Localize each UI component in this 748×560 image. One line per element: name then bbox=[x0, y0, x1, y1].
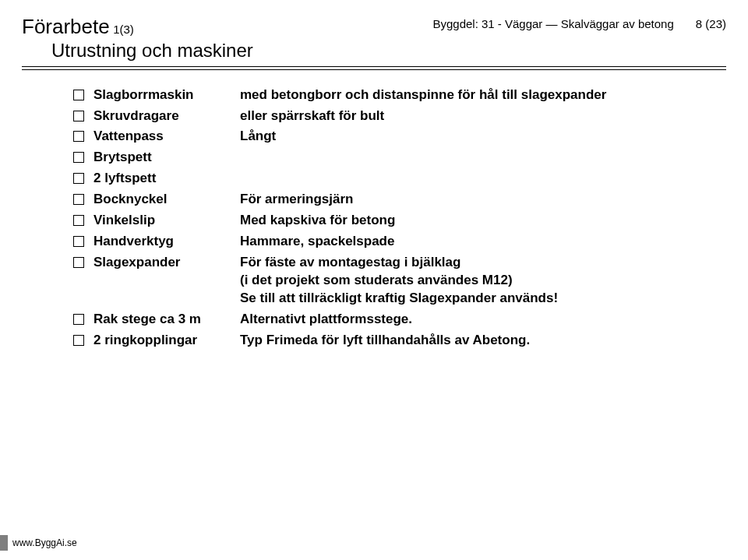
list-item: Slagborrmaskin med betongborr och distan… bbox=[73, 86, 726, 104]
item-label: 2 ringkopplingar bbox=[94, 332, 240, 350]
title-main: Förarbete bbox=[22, 15, 110, 38]
header-row: Förarbete 1(3) Utrustning och maskiner B… bbox=[22, 16, 726, 62]
item-label: 2 lyftspett bbox=[94, 170, 240, 188]
checkbox-icon bbox=[73, 215, 84, 226]
item-desc-line: (i det projekt som studerats användes M1… bbox=[240, 272, 726, 290]
item-desc-line: eller spärrskaft för bult bbox=[240, 107, 726, 125]
footer-bar-icon bbox=[0, 535, 8, 551]
item-label: Slagborrmaskin bbox=[94, 86, 240, 104]
item-desc: Med kapskiva för betong bbox=[240, 212, 726, 230]
item-label: Rak stege ca 3 m bbox=[94, 311, 240, 329]
item-desc-line: För fäste av montagestag i bjälklag bbox=[240, 254, 726, 272]
footer-url: www.ByggAi.se bbox=[12, 537, 77, 548]
list-item: Rak stege ca 3 m Alternativt plattformss… bbox=[73, 311, 726, 329]
header-right: Byggdel: 31 - Väggar — Skalväggar av bet… bbox=[432, 16, 726, 30]
page: Förarbete 1(3) Utrustning och maskiner B… bbox=[0, 0, 748, 560]
checkbox-icon bbox=[73, 335, 84, 346]
item-desc-line: Hammare, spackelspade bbox=[240, 233, 726, 251]
checkbox-icon bbox=[73, 111, 84, 122]
list-item: 2 ringkopplingar Typ Frimeda för lyft ti… bbox=[73, 332, 726, 350]
checkbox-icon bbox=[73, 131, 84, 142]
item-desc-line: Typ Frimeda för lyft tillhandahålls av A… bbox=[240, 332, 726, 350]
item-label: Bocknyckel bbox=[94, 191, 240, 209]
item-desc-line: Långt bbox=[240, 128, 726, 146]
item-desc-line: med betongborr och distanspinne för hål … bbox=[240, 86, 726, 104]
item-label: Handverktyg bbox=[94, 233, 240, 251]
list-item: Vattenpass Långt bbox=[73, 128, 726, 146]
checkbox-icon bbox=[73, 314, 84, 325]
item-desc: Hammare, spackelspade bbox=[240, 233, 726, 251]
list-item: 2 lyftspett bbox=[73, 170, 726, 188]
item-desc: med betongborr och distanspinne för hål … bbox=[240, 86, 726, 104]
item-desc-line: För armeringsjärn bbox=[240, 191, 726, 209]
title-step: 1(3) bbox=[113, 23, 134, 36]
header-underline bbox=[22, 66, 726, 69]
page-number: 8 (23) bbox=[696, 17, 726, 30]
checkbox-icon bbox=[73, 257, 84, 268]
page-subtitle: Utrustning och maskiner bbox=[51, 40, 253, 62]
item-label: Brytspett bbox=[94, 149, 240, 167]
checkbox-icon bbox=[73, 152, 84, 163]
item-desc: Typ Frimeda för lyft tillhandahålls av A… bbox=[240, 332, 726, 350]
list-item: Bocknyckel För armeringsjärn bbox=[73, 191, 726, 209]
item-desc: För armeringsjärn bbox=[240, 191, 726, 209]
checkbox-icon bbox=[73, 194, 84, 205]
item-desc: eller spärrskaft för bult bbox=[240, 107, 726, 125]
item-desc: Alternativt plattformsstege. bbox=[240, 311, 726, 329]
header-line-top bbox=[22, 66, 726, 67]
checkbox-icon bbox=[73, 173, 84, 184]
item-list: Slagborrmaskin med betongborr och distan… bbox=[73, 86, 726, 350]
item-label: Vinkelslip bbox=[94, 212, 240, 230]
item-desc-line: Se till att tillräckligt kraftig Slagexp… bbox=[240, 290, 726, 308]
item-desc-line: Med kapskiva för betong bbox=[240, 212, 726, 230]
header-left: Förarbete 1(3) Utrustning och maskiner bbox=[22, 16, 253, 62]
list-item: Vinkelslip Med kapskiva för betong bbox=[73, 212, 726, 230]
page-title: Förarbete 1(3) bbox=[22, 16, 253, 38]
list-item: Skruvdragare eller spärrskaft för bult bbox=[73, 107, 726, 125]
content: Slagborrmaskin med betongborr och distan… bbox=[22, 86, 726, 350]
checkbox-icon bbox=[73, 90, 84, 100]
header-right-text: Byggdel: 31 - Väggar — Skalväggar av bet… bbox=[432, 17, 673, 30]
list-item: Handverktyg Hammare, spackelspade bbox=[73, 233, 726, 251]
checkbox-icon bbox=[73, 236, 84, 247]
item-desc: Långt bbox=[240, 128, 726, 146]
footer: www.ByggAi.se bbox=[0, 535, 77, 551]
list-item: Slagexpander För fäste av montagestag i … bbox=[73, 254, 726, 308]
item-label: Vattenpass bbox=[94, 128, 240, 146]
header-line-bottom bbox=[22, 69, 726, 70]
item-desc-line: Alternativt plattformsstege. bbox=[240, 311, 726, 329]
item-label: Skruvdragare bbox=[94, 107, 240, 125]
list-item: Brytspett bbox=[73, 149, 726, 167]
item-label: Slagexpander bbox=[94, 254, 240, 272]
item-desc: För fäste av montagestag i bjälklag (i d… bbox=[240, 254, 726, 308]
